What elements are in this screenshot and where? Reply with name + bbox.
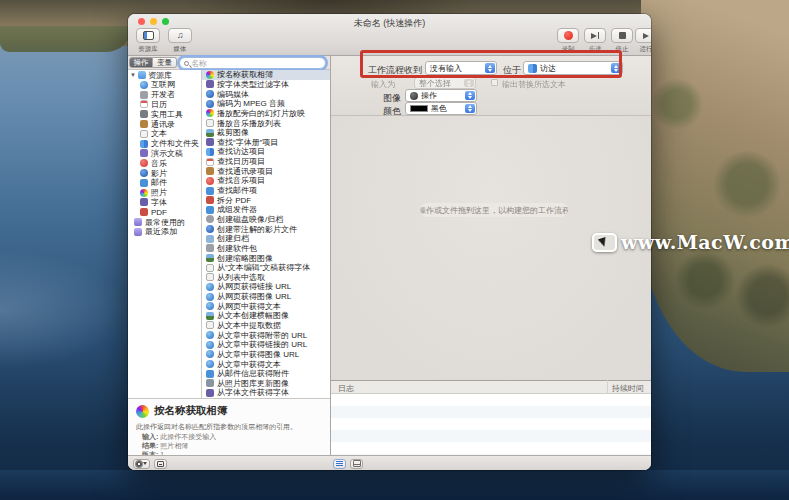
application-popup[interactable]: 访达 [523,61,623,75]
color-value: 黑色 [431,103,447,114]
sidebar-item[interactable]: 通讯录 [128,119,201,129]
color-popup[interactable]: 黑色 [405,102,477,115]
action-item[interactable]: 从网页获得链接 URL [202,282,330,292]
list-icon [206,119,214,127]
action-item[interactable]: 从文章中获得附带的 URL [202,330,330,340]
sidebar-item[interactable]: 邮件 [128,178,201,188]
search-field[interactable] [179,57,326,69]
sidebar-item[interactable]: 照片 [128,188,201,198]
step-label: 步进 [584,45,606,54]
action-item[interactable]: 创建磁盘映像/归档 [202,215,330,225]
sidebar-item[interactable]: 日历 [128,100,201,110]
action-item[interactable]: 查找音乐项目 [202,176,330,186]
action-item[interactable]: 播放配旁白的幻灯片放映 [202,109,330,119]
sidebar-item[interactable]: PDF [128,207,201,217]
tab-actions[interactable]: 操作 [129,57,153,68]
action-item[interactable]: 从网页中获得文本 [202,301,330,311]
action-item[interactable]: 编码媒体 [202,89,330,99]
popup-arrows-icon [485,63,495,73]
sidebar-item[interactable]: 影片 [128,168,201,178]
action-item[interactable]: 查找日历项目 [202,157,330,167]
output-replaces-label: 输出替换所选文本 [502,79,566,90]
action-item[interactable]: 从文章中获得文本 [202,359,330,369]
action-item[interactable]: 从网页获得图像 URL [202,292,330,302]
list-view-icon [336,461,343,467]
sidebar-item-library-root[interactable]: ▼ 资源库 [128,70,201,80]
sidebar-item[interactable]: 互联网 [128,80,201,90]
action-item[interactable]: 创建缩略图图像 [202,253,330,263]
step-button[interactable] [584,28,606,43]
action-item-label: 从文本中提取数据 [217,321,281,331]
library-toggle-button[interactable] [136,28,160,43]
record-icon [564,31,573,40]
action-item-label: 编码媒体 [217,89,249,99]
action-item[interactable]: 裁剪图像 [202,128,330,138]
sidebar-item-label: 音乐 [151,158,167,168]
action-item[interactable]: 编码为 MPEG 音频 [202,99,330,109]
globe-icon [206,293,214,301]
sidebar-item[interactable]: 字体 [128,198,201,208]
sidebar-item-label: 字体 [151,198,167,208]
smart-folder-icon [134,218,142,226]
disk-icon [206,215,214,223]
action-item[interactable]: 从“文本编辑”文稿获得字体 [202,263,330,273]
run-button[interactable] [635,28,651,43]
search-input[interactable] [191,59,321,68]
stop-button[interactable] [611,28,633,43]
description-panel-toggle-button[interactable] [154,459,167,469]
action-item[interactable]: 查找访达项目 [202,147,330,157]
sidebar-smart-item[interactable]: 最近添加 [128,227,201,237]
action-item[interactable]: 播放音乐播放列表 [202,118,330,128]
disclosure-triangle-icon[interactable]: ▼ [130,72,136,78]
sidebar-smart-item[interactable]: 最常使用的 [128,217,201,227]
action-item[interactable]: 从文本创建横幅图像 [202,311,330,321]
media-button[interactable]: ♫ [168,28,192,43]
action-item[interactable]: 成组发件器 [202,205,330,215]
run-label: 运行 [635,45,651,54]
library-folder-icon [138,71,146,79]
sidebar-category-list: 互联网开发者日历实用工具通讯录文本文件和文件夹演示文稿音乐影片邮件照片字体PDF [128,80,201,217]
action-item[interactable]: 拆分 PDF [202,195,330,205]
action-item[interactable]: 创建带注解的影片文件 [202,224,330,234]
sidebar-item[interactable]: 文件和文件夹 [128,139,201,149]
action-item[interactable]: 按字体类型过滤字体 [202,80,330,90]
music-icon [206,177,214,185]
sidebar-item[interactable]: 开发者 [128,90,201,100]
action-item[interactable]: 创建软件包 [202,244,330,254]
text-icon [140,130,148,138]
action-item-label: 创建归档 [217,234,249,244]
image-popup[interactable]: 操作 [405,89,477,102]
show-log-list-button[interactable] [333,459,346,469]
sidebar-item[interactable]: 演示文稿 [128,149,201,159]
action-list[interactable]: 按名称获取相簿按字体类型过滤字体编码媒体编码为 MPEG 音频播放配旁白的幻灯片… [201,70,330,398]
record-button[interactable] [557,28,579,43]
library-sidebar[interactable]: ▼ 资源库 互联网开发者日历实用工具通讯录文本文件和文件夹演示文稿音乐影片邮件照… [128,70,201,398]
action-item[interactable]: 从文章中获得链接的 URL [202,340,330,350]
action-item[interactable]: 从邮件信息获得附件 [202,369,330,379]
action-item[interactable]: 查找通讯录项目 [202,166,330,176]
workflow-receives-popup[interactable]: 没有输入 [425,61,497,75]
finder-icon [528,64,537,73]
action-item[interactable]: 从字体文件获得字体 [202,388,330,398]
workflow-receives-label: 工作流程收到 [368,64,422,77]
detail-input-value: 此操作不接受输入 [160,433,216,440]
action-item[interactable]: 查找邮件项 [202,186,330,196]
action-item[interactable]: 从文本中提取数据 [202,321,330,331]
log-panel-toggle-button[interactable] [350,459,363,469]
sidebar-item[interactable]: 实用工具 [128,109,201,119]
tab-variables[interactable]: 变量 [153,57,177,68]
run-icon [643,33,649,39]
action-item[interactable]: 从列表中选取 [202,272,330,282]
action-item[interactable]: 从文章中获得图像 URL [202,350,330,360]
action-item[interactable]: 查找“字体册”项目 [202,137,330,147]
display-icon [206,379,214,387]
sidebar-item[interactable]: 音乐 [128,158,201,168]
photos-icon [136,405,149,418]
image-icon [206,312,214,320]
action-item[interactable]: 创建归档 [202,234,330,244]
action-menu-button[interactable] [133,459,150,469]
action-item[interactable]: 按名称获取相簿 [202,70,330,80]
sidebar-item[interactable]: 文本 [128,129,201,139]
step-icon-bar [598,32,600,39]
action-item[interactable]: 从照片图库更新图像 [202,379,330,389]
